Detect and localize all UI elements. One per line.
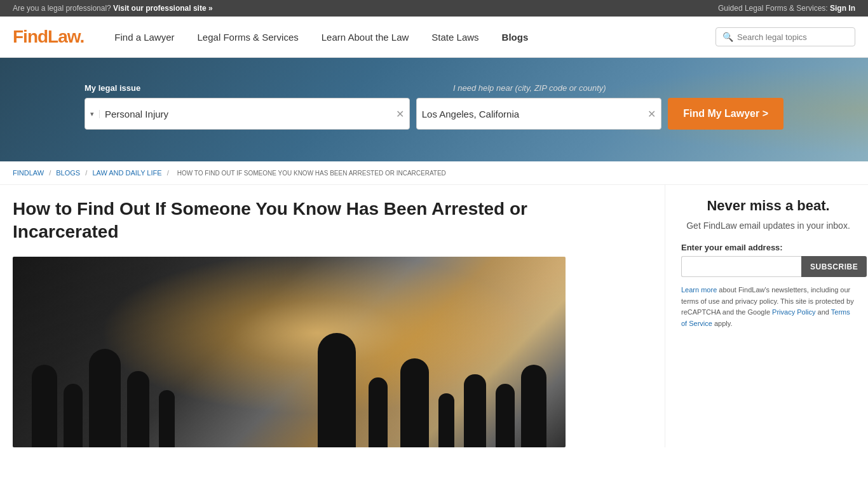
silhouette-1 bbox=[32, 365, 57, 447]
issue-input-group: ▾ ✕ bbox=[85, 98, 410, 130]
sidebar: Never miss a beat. Get FindLaw email upd… bbox=[665, 185, 855, 447]
silhouette-3 bbox=[89, 349, 121, 447]
article-title: How to Find Out If Someone You Know Has … bbox=[13, 198, 559, 244]
newsletter-fine-print: Learn more about FindLaw's newsletters, … bbox=[681, 285, 855, 329]
hero-near-label: I need help near (city, ZIP code or coun… bbox=[453, 83, 606, 93]
newsletter-subtitle: Get FindLaw email updates in your inbox. bbox=[681, 219, 855, 233]
newsletter-box: Never miss a beat. Get FindLaw email upd… bbox=[681, 198, 855, 329]
nav-find-lawyer[interactable]: Find a Lawyer bbox=[103, 17, 186, 58]
near-input[interactable] bbox=[422, 109, 644, 119]
logo[interactable]: FindLaw. bbox=[13, 27, 84, 47]
silhouette-4 bbox=[127, 371, 149, 447]
header: FindLaw. Find a Lawyer Legal Forms & Ser… bbox=[0, 17, 868, 58]
nav-learn-law[interactable]: Learn About the Law bbox=[310, 17, 421, 58]
search-icon: 🔍 bbox=[722, 32, 733, 42]
professional-text: Are you a legal professional? bbox=[13, 4, 111, 13]
silhouette-6 bbox=[318, 333, 356, 447]
nav-state-laws[interactable]: State Laws bbox=[420, 17, 490, 58]
silhouette-7 bbox=[369, 377, 388, 447]
breadcrumb-blogs[interactable]: BLOGS bbox=[56, 169, 80, 177]
find-lawyer-button[interactable]: Find My Lawyer > bbox=[668, 98, 783, 130]
issue-input[interactable] bbox=[105, 109, 392, 119]
subscribe-button[interactable]: SUBSCRIBE bbox=[801, 256, 867, 277]
newsletter-email-label: Enter your email address: bbox=[681, 243, 855, 252]
learn-more-link[interactable]: Learn more bbox=[681, 286, 717, 294]
breadcrumb-sep-1: / bbox=[49, 169, 53, 177]
nav-blogs[interactable]: Blogs bbox=[491, 17, 540, 58]
article-area: How to Find Out If Someone You Know Has … bbox=[13, 185, 665, 447]
main-nav: Find a Lawyer Legal Forms & Services Lea… bbox=[103, 17, 715, 58]
breadcrumb-law-daily[interactable]: LAW AND DAILY LIFE bbox=[92, 169, 161, 177]
main-content: How to Find Out If Someone You Know Has … bbox=[0, 185, 868, 447]
fine-print-apply: apply. bbox=[712, 320, 733, 327]
near-input-group: ✕ bbox=[416, 98, 661, 130]
silhouette-11 bbox=[496, 384, 515, 447]
professional-link[interactable]: Visit our professional site » bbox=[113, 4, 213, 13]
nav-legal-forms[interactable]: Legal Forms & Services bbox=[186, 17, 310, 58]
newsletter-input-row: SUBSCRIBE bbox=[681, 256, 855, 277]
top-bar-left: Are you a legal professional? Visit our … bbox=[13, 4, 213, 13]
dropdown-arrow-icon[interactable]: ▾ bbox=[90, 110, 100, 118]
silhouette-9 bbox=[438, 393, 454, 447]
guided-text: Guided Legal Forms & Services: bbox=[718, 4, 828, 13]
newsletter-title: Never miss a beat. bbox=[681, 198, 855, 214]
newsletter-email-input[interactable] bbox=[681, 256, 801, 277]
issue-clear-button[interactable]: ✕ bbox=[396, 108, 404, 120]
privacy-policy-link[interactable]: Privacy Policy bbox=[772, 308, 815, 316]
near-clear-button[interactable]: ✕ bbox=[648, 108, 656, 120]
search-box: 🔍 bbox=[715, 27, 855, 46]
silhouette-12 bbox=[521, 365, 546, 447]
top-bar-right: Guided Legal Forms & Services: Sign In bbox=[718, 4, 855, 13]
breadcrumb-findlaw[interactable]: FINDLAW bbox=[13, 169, 44, 177]
silhouette-2 bbox=[64, 384, 83, 447]
breadcrumb: FINDLAW / BLOGS / LAW AND DAILY LIFE / H… bbox=[0, 161, 868, 185]
silhouette-8 bbox=[400, 358, 429, 447]
article-image bbox=[13, 257, 566, 447]
silhouette-5 bbox=[159, 390, 175, 447]
silhouette-10 bbox=[464, 374, 486, 447]
search-input[interactable] bbox=[737, 32, 848, 42]
breadcrumb-sep-3: / bbox=[167, 169, 171, 177]
breadcrumb-current: HOW TO FIND OUT IF SOMEONE YOU KNOW HAS … bbox=[177, 170, 446, 177]
top-bar: Are you a legal professional? Visit our … bbox=[0, 0, 868, 17]
hero-section: My legal issue I need help near (city, Z… bbox=[0, 58, 868, 161]
sign-in-link[interactable]: Sign In bbox=[830, 4, 855, 13]
hero-issue-label: My legal issue bbox=[85, 83, 453, 93]
fine-print-and: and bbox=[816, 308, 831, 316]
breadcrumb-sep-2: / bbox=[85, 169, 89, 177]
